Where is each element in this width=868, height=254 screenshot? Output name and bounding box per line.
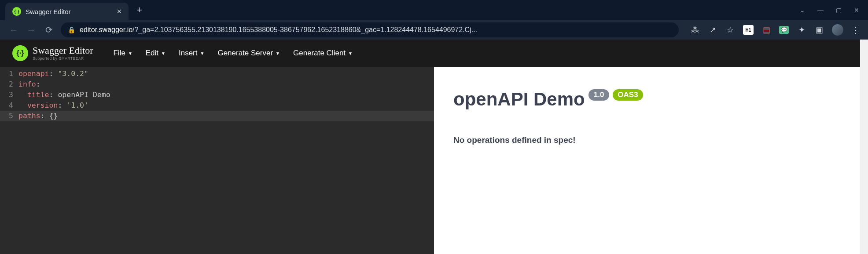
menu-edit[interactable]: Edit▼	[146, 49, 166, 58]
profile-avatar[interactable]	[832, 24, 843, 36]
translate-icon[interactable]: ⁂	[690, 25, 700, 35]
line-number: 3	[0, 90, 18, 100]
extension-chat-icon[interactable]: 💬	[779, 26, 789, 34]
window-maximize-icon[interactable]: ▢	[836, 7, 842, 14]
url-bar[interactable]: 🔒 editor.swagger.io/?_ga=2.103756355.213…	[61, 22, 679, 37]
editor-line[interactable]: 3 title: openAPI Demo	[0, 90, 434, 100]
version-badge: 1.0	[588, 89, 610, 101]
logo-subtitle: Supported by SMARTBEAR	[33, 57, 93, 61]
close-tab-icon[interactable]: ×	[117, 7, 121, 16]
editor-line[interactable]: 5paths: {}	[0, 111, 434, 121]
url-text: editor.swagger.io/?_ga=2.103756355.21301…	[80, 26, 672, 34]
app-menu: File▼ Edit▼ Insert▼ Generate Server▼ Gen…	[113, 49, 353, 58]
menu-generate-client[interactable]: Generate Client▼	[293, 49, 353, 58]
oas-badge: OAS3	[613, 89, 643, 101]
tab-title: Swagger Editor	[26, 8, 112, 15]
line-code[interactable]: title: openAPI Demo	[18, 90, 110, 100]
chevron-down-icon: ▼	[128, 51, 132, 56]
window-controls: ⌄ — ▢ ✕	[800, 7, 868, 14]
window-dropdown-icon[interactable]: ⌄	[800, 7, 805, 14]
swagger-favicon-icon: { }	[12, 7, 21, 16]
browser-nav-bar: ← → ⟳ 🔒 editor.swagger.io/?_ga=2.1037563…	[0, 20, 868, 40]
chevron-down-icon: ▼	[276, 51, 280, 56]
lock-icon: 🔒	[68, 26, 75, 33]
window-minimize-icon[interactable]: —	[817, 7, 824, 14]
chevron-down-icon: ▼	[161, 51, 166, 56]
nav-back-icon[interactable]: ←	[8, 25, 19, 35]
bookmark-star-icon[interactable]: ☆	[725, 25, 735, 35]
menu-insert[interactable]: Insert▼	[179, 49, 204, 58]
new-tab-button[interactable]: +	[136, 4, 142, 16]
swagger-preview-pane: openAPI Demo 1.0 OAS3 No operations defi…	[434, 67, 868, 254]
line-code[interactable]: paths: {}	[18, 111, 58, 121]
editor-line[interactable]: 1openapi: "3.0.2"	[0, 69, 434, 79]
browser-tab-active[interactable]: { } Swagger Editor ×	[5, 3, 129, 20]
browser-toolbar-icons: ⁂ ↗ ☆ H1 ▤ 💬 ✦ ▣ ⋮	[685, 24, 860, 36]
chevron-down-icon: ▼	[348, 51, 353, 56]
vertical-scrollbar[interactable]	[860, 40, 868, 254]
line-number: 4	[0, 100, 18, 111]
line-code[interactable]: info:	[18, 79, 40, 90]
extension-h1-icon[interactable]: H1	[743, 25, 754, 35]
sidepanel-icon[interactable]: ▣	[814, 25, 824, 35]
extension-generic-icon[interactable]: ▤	[761, 25, 771, 35]
line-number: 2	[0, 79, 18, 90]
logo-title: Swagger Editor	[33, 46, 93, 55]
menu-file[interactable]: File▼	[113, 49, 132, 58]
window-close-icon[interactable]: ✕	[854, 7, 859, 14]
line-code[interactable]: version: '1.0'	[18, 100, 88, 111]
chevron-down-icon: ▼	[200, 51, 205, 56]
line-number: 5	[0, 111, 18, 121]
api-title: openAPI Demo	[453, 89, 585, 110]
editor-line[interactable]: 2info:	[0, 79, 434, 90]
share-icon[interactable]: ↗	[708, 25, 717, 35]
no-operations-message: No operations defined in spec!	[453, 135, 849, 145]
yaml-editor[interactable]: 1openapi: "3.0.2"2info:3 title: openAPI …	[0, 67, 434, 254]
swagger-logo-icon: {·}	[12, 45, 28, 61]
menu-generate-server[interactable]: Generate Server▼	[217, 49, 280, 58]
browser-tab-bar: { } Swagger Editor × + ⌄ — ▢ ✕	[0, 0, 868, 20]
browser-menu-icon[interactable]: ⋮	[851, 25, 860, 35]
extensions-puzzle-icon[interactable]: ✦	[797, 25, 806, 35]
swagger-logo[interactable]: {·} Swagger Editor Supported by SMARTBEA…	[12, 45, 93, 61]
app-header: {·} Swagger Editor Supported by SMARTBEA…	[0, 40, 868, 67]
nav-forward-icon[interactable]: →	[26, 25, 37, 35]
editor-line[interactable]: 4 version: '1.0'	[0, 100, 434, 111]
line-number: 1	[0, 69, 18, 79]
nav-reload-icon[interactable]: ⟳	[43, 25, 55, 35]
line-code[interactable]: openapi: "3.0.2"	[18, 69, 88, 79]
